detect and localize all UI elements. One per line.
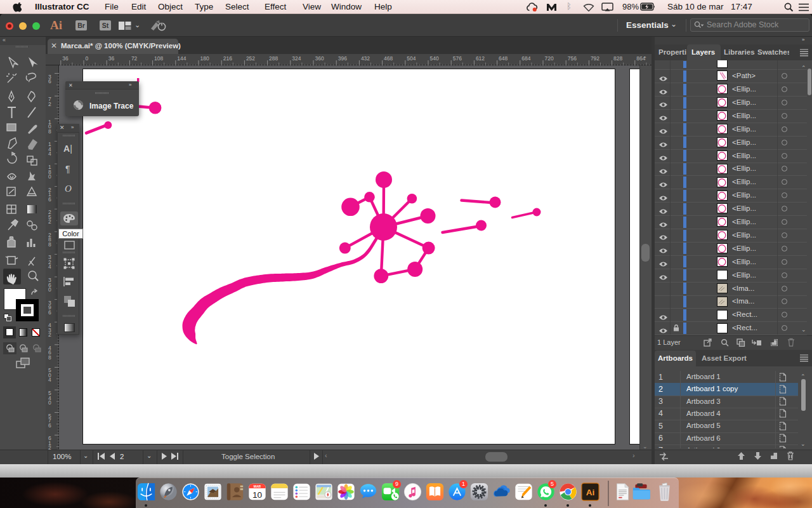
svg-text:6: 6 — [48, 422, 51, 429]
svg-text:2: 2 — [48, 444, 51, 450]
svg-text:792: 792 — [591, 55, 599, 62]
svg-text:4: 4 — [48, 264, 51, 270]
svg-text:36: 36 — [62, 55, 69, 62]
svg-text:288: 288 — [269, 55, 278, 62]
svg-text:8: 8 — [48, 354, 51, 361]
svg-text:MAR: MAR — [253, 485, 261, 488]
svg-text:720: 720 — [545, 55, 554, 62]
svg-text:216: 216 — [223, 55, 232, 62]
svg-text:144: 144 — [177, 55, 186, 62]
svg-text:324: 324 — [292, 55, 301, 62]
svg-text:6: 6 — [48, 196, 51, 203]
svg-text:756: 756 — [568, 55, 577, 62]
svg-text:684: 684 — [521, 55, 530, 62]
svg-text:180: 180 — [200, 55, 209, 62]
svg-text:6: 6 — [48, 309, 51, 316]
svg-text:8: 8 — [48, 241, 51, 248]
svg-text:540: 540 — [430, 55, 439, 62]
svg-text:468: 468 — [384, 55, 393, 62]
svg-text:8: 8 — [48, 128, 51, 135]
svg-text:⌃: ⌃ — [643, 55, 647, 62]
svg-text:648: 648 — [499, 55, 508, 62]
svg-text:36: 36 — [108, 55, 115, 62]
svg-text:432: 432 — [361, 55, 370, 62]
svg-text:0: 0 — [48, 286, 51, 293]
svg-text:360: 360 — [315, 55, 324, 62]
svg-text:576: 576 — [453, 55, 462, 62]
svg-text:Ai: Ai — [586, 488, 594, 497]
svg-text:0: 0 — [48, 173, 51, 180]
svg-text:504: 504 — [407, 55, 416, 62]
svg-text:4: 4 — [48, 377, 51, 383]
svg-text:396: 396 — [338, 55, 347, 62]
svg-text:2: 2 — [48, 331, 51, 338]
svg-text:0: 0 — [48, 399, 51, 406]
svg-text:828: 828 — [613, 55, 622, 62]
svg-text:252: 252 — [246, 55, 255, 62]
svg-text:612: 612 — [476, 55, 485, 62]
svg-text:72: 72 — [131, 55, 138, 62]
svg-text:2: 2 — [48, 218, 51, 225]
svg-text:108: 108 — [154, 55, 163, 62]
svg-text:2: 2 — [48, 101, 51, 107]
svg-text:10: 10 — [252, 490, 262, 500]
svg-text:4: 4 — [48, 150, 51, 157]
svg-text:0: 0 — [86, 55, 89, 62]
svg-text:6: 6 — [48, 78, 51, 84]
